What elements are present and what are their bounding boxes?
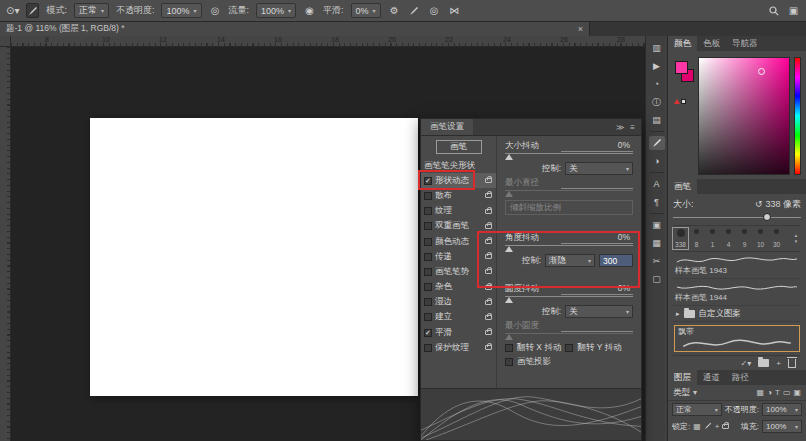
brush-preset[interactable]: 8 [689,228,704,249]
vertical-ruler[interactable] [0,47,11,441]
smart-object-filter-icon[interactable]: ▣ [793,388,801,397]
checkbox[interactable] [424,192,432,200]
brush-size-slider[interactable] [673,212,801,223]
brush-projection-checkbox[interactable] [505,358,513,366]
brush-preset[interactable]: 30 [769,228,784,249]
symmetry-icon[interactable]: ⋈ [448,3,461,18]
checkbox[interactable] [424,313,432,321]
lock-icon[interactable] [485,224,492,229]
new-brush-icon[interactable]: + [776,359,781,368]
panel-columns-icon[interactable]: ▥ [649,41,665,55]
airbrush-icon[interactable]: ◉ [303,3,316,18]
row-smoothing[interactable]: ✓ 平滑 [421,325,496,340]
checkbox[interactable] [424,283,432,291]
tab-brushes[interactable]: 画笔 [668,179,697,194]
checkbox[interactable]: ✓ [424,329,432,337]
slider-knob[interactable] [505,297,513,303]
brush-folder-row[interactable]: ▸ 自定义图案 [673,306,801,322]
checkbox[interactable] [424,222,432,230]
lock-icon[interactable] [485,300,492,305]
row-wet-edges[interactable]: 湿边 [421,295,496,310]
brush-preset[interactable]: 10 [753,228,768,249]
flow-dropdown[interactable]: 100%▾ [256,3,296,18]
size-jitter-slider[interactable] [505,152,633,161]
lock-position-icon[interactable]: + [715,422,720,431]
toggle-brush-settings-icon[interactable] [26,3,39,18]
smoothing-dropdown[interactable]: 0%▾ [351,3,381,18]
lock-icon[interactable] [485,209,492,214]
brushes-button[interactable]: 画笔 [436,140,482,154]
lock-all-icon[interactable] [722,424,729,429]
brush-preset-picker-icon[interactable]: ⊙▾ [6,3,19,18]
canvas[interactable] [90,118,418,396]
row-protect-texture[interactable]: 保护纹理 [421,340,496,355]
workspace-icon[interactable]: ▣ [787,3,800,18]
mode-dropdown[interactable]: 正常▾ [74,3,109,18]
scroll-down-icon[interactable]: ▾ [791,239,801,244]
libraries-icon[interactable]: ▣ [649,218,665,232]
row-scattering[interactable]: 散布 [421,188,496,203]
horizontal-ruler[interactable]: 8 10 12 14 16 18 20 22 24 26 28 [11,36,645,47]
snapshot-icon[interactable]: ▢ [649,272,665,286]
slider-knob[interactable] [505,154,513,160]
brush-size-value[interactable]: 338 像素 [765,198,801,211]
expand-arrow-icon[interactable]: ▸ [676,310,680,318]
properties-icon[interactable]: ▤ [649,113,665,127]
brush-angle-icon[interactable] [408,3,421,18]
chevron-down-icon[interactable]: ▾ [693,388,697,397]
character-panel-icon[interactable]: A [649,177,665,191]
lock-icon[interactable] [485,345,492,350]
search-icon[interactable] [767,3,780,18]
brush-preset[interactable]: 4 [721,228,736,249]
brush-settings-panel-icon[interactable] [649,136,665,150]
collapse-panel-icon[interactable]: ≫ [616,123,624,132]
close-icon[interactable]: × [578,24,583,34]
pen-pressure-size-icon[interactable]: ◎ [428,3,441,18]
color-picker-cursor[interactable] [758,68,765,75]
selected-brush-item[interactable]: 飘带 [674,325,800,352]
brush-preset[interactable]: 9 [737,228,752,249]
tab-color[interactable]: 颜色 [668,36,697,51]
fill-dropdown[interactable]: 100%▾ [762,420,802,433]
pen-pressure-opacity-icon[interactable]: ◎ [209,3,222,18]
lock-icon[interactable] [485,330,492,335]
smoothing-options-gear-icon[interactable]: ⚙ [388,3,401,18]
clone-source-icon[interactable]: ✂ [649,254,665,268]
checkbox[interactable] [424,268,432,276]
brush-list-item[interactable]: 样本画笔 1944 [673,279,801,306]
paragraph-panel-icon[interactable]: ¶ [649,195,665,209]
tab-paths[interactable]: 路径 [726,370,755,385]
checkbox[interactable] [424,253,432,261]
hue-slider[interactable] [794,57,801,175]
tab-navigator[interactable]: 导航器 [726,36,764,51]
checkbox[interactable] [424,344,432,352]
lock-icon[interactable] [485,193,492,198]
checkbox[interactable] [424,207,432,215]
roundness-control-dropdown[interactable]: 关▾ [565,305,633,318]
pixel-filter-icon[interactable]: ▦ [757,388,765,397]
preset-scroll-buttons[interactable]: ▴ ▾ [791,228,801,249]
lock-pixels-icon[interactable] [704,422,712,430]
lock-transparency-icon[interactable]: ▦ [693,422,701,431]
flip-y-checkbox[interactable] [565,344,573,352]
row-texture[interactable]: 纹理 [421,204,496,219]
row-build-up[interactable]: 建立 [421,310,496,325]
adjustments-icon[interactable]: ◑ [649,154,665,168]
reset-size-icon[interactable]: ↺ [755,199,763,209]
brush-preset[interactable]: 338 [673,228,688,249]
brush-list-item[interactable]: 样本画笔 1943 [673,252,801,279]
tab-layers[interactable]: 图层 [668,370,697,385]
out-of-gamut-warning-icon[interactable] [674,99,686,104]
lock-icon[interactable] [485,178,492,183]
stroke-preview-toggle-icon[interactable]: ✓▾ [741,359,752,368]
foreground-color-swatch[interactable] [675,61,688,74]
size-control-dropdown[interactable]: 关▾ [565,162,633,175]
panel-menu-icon[interactable]: ≡ [630,123,635,132]
history-icon[interactable]: ◔ [649,77,665,91]
checkbox[interactable] [424,238,432,246]
size-jitter-value[interactable]: 0% [561,140,633,152]
blend-mode-dropdown[interactable]: 正常▾ [672,403,722,416]
brush-preset[interactable]: 1 [705,228,720,249]
shape-filter-icon[interactable]: ▭ [783,388,791,397]
opacity-dropdown[interactable]: 100%▾ [161,3,201,18]
